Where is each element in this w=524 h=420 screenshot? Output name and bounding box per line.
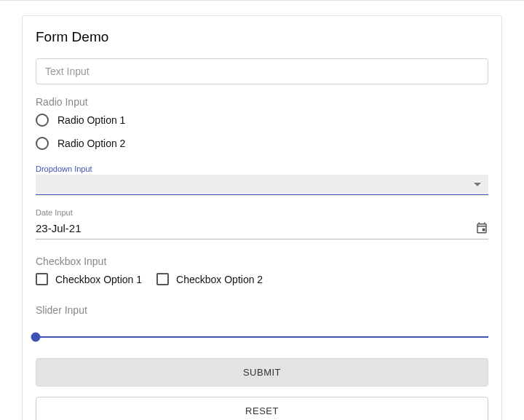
checkbox-box-icon (156, 273, 169, 285)
checkbox-option-1[interactable]: Checkbox Option 1 (36, 273, 142, 285)
radio-circle-icon (36, 137, 49, 150)
date-field-wrap: Date Input 23-Jul-21 (36, 208, 488, 239)
radio-group-label: Radio Input (36, 96, 488, 108)
checkbox-box-icon (36, 273, 48, 285)
calendar-icon (475, 221, 488, 234)
radio-circle-icon (36, 114, 49, 127)
dropdown-label: Dropdown Input (36, 165, 488, 173)
slider-wrap: Slider Input (36, 304, 488, 338)
radio-group: Radio Option 1 Radio Option 2 (36, 114, 488, 150)
checkbox-option-2[interactable]: Checkbox Option 2 (156, 273, 263, 285)
radio-option-label: Radio Option 1 (57, 114, 125, 126)
checkbox-group-wrap: Checkbox Input Checkbox Option 1 Checkbo… (36, 255, 488, 285)
radio-option-1[interactable]: Radio Option 1 (36, 114, 488, 127)
date-label: Date Input (36, 208, 488, 217)
reset-button[interactable]: RESET (36, 397, 488, 420)
slider-label: Slider Input (36, 304, 488, 316)
dropdown-field-wrap: Dropdown Input (36, 165, 488, 195)
checkbox-option-label: Checkbox Option 2 (176, 274, 263, 285)
checkbox-option-label: Checkbox Option 1 (55, 274, 142, 285)
slider-thumb[interactable] (31, 333, 41, 342)
dropdown-input[interactable] (36, 175, 488, 195)
radio-option-label: Radio Option 2 (57, 138, 125, 149)
page-title: Form Demo (36, 29, 488, 45)
checkbox-group-label: Checkbox Input (36, 255, 488, 267)
submit-button[interactable]: SUBMIT (36, 358, 488, 387)
checkbox-group: Checkbox Option 1 Checkbox Option 2 (36, 273, 488, 285)
svg-rect-0 (483, 229, 485, 231)
date-input[interactable]: 23-Jul-21 (36, 218, 488, 239)
slider-input[interactable] (36, 336, 488, 338)
radio-option-2[interactable]: Radio Option 2 (36, 137, 488, 150)
date-value: 23-Jul-21 (36, 222, 82, 234)
text-input[interactable] (36, 58, 488, 84)
chevron-down-icon (474, 183, 481, 186)
form-card: Form Demo Radio Input Radio Option 1 Rad… (22, 15, 502, 420)
